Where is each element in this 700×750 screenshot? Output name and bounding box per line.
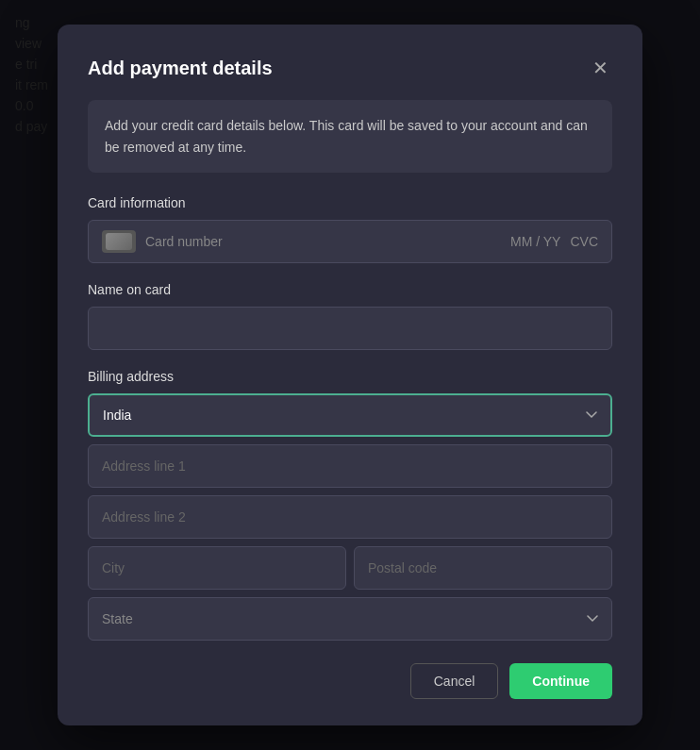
state-select[interactable]: State bbox=[88, 597, 612, 641]
billing-section: Billing address India United States Unit… bbox=[88, 369, 612, 641]
city-postal-row bbox=[88, 546, 612, 590]
payment-modal: Add payment details ✕ Add your credit ca… bbox=[58, 25, 642, 725]
cancel-button[interactable]: Cancel bbox=[410, 663, 499, 699]
info-box-text: Add your credit card details below. This… bbox=[105, 115, 595, 158]
card-info-section: Card information MM / YY CVC bbox=[88, 195, 612, 263]
address-line1-wrapper bbox=[88, 444, 612, 488]
city-input[interactable] bbox=[88, 546, 346, 590]
name-on-card-input[interactable] bbox=[88, 307, 612, 350]
address-line2-wrapper bbox=[88, 495, 612, 539]
card-input-row: MM / YY CVC bbox=[88, 220, 612, 263]
card-number-input[interactable] bbox=[145, 234, 501, 249]
close-button[interactable]: ✕ bbox=[589, 55, 612, 81]
card-cvc: CVC bbox=[570, 234, 598, 249]
card-icon-inner bbox=[106, 233, 132, 250]
modal-title: Add payment details bbox=[88, 58, 273, 79]
name-on-card-label: Name on card bbox=[88, 282, 612, 297]
country-select[interactable]: India United States United Kingdom Canad… bbox=[88, 393, 612, 437]
continue-button[interactable]: Continue bbox=[509, 663, 612, 699]
name-section: Name on card bbox=[88, 282, 612, 350]
billing-address-label: Billing address bbox=[88, 369, 612, 384]
address-line1-input[interactable] bbox=[88, 444, 612, 488]
card-icon bbox=[102, 230, 136, 253]
card-expiry: MM / YY bbox=[510, 234, 560, 249]
info-box: Add your credit card details below. This… bbox=[88, 100, 612, 173]
postal-code-input[interactable] bbox=[354, 546, 612, 590]
card-info-label: Card information bbox=[88, 195, 612, 210]
modal-header: Add payment details ✕ bbox=[88, 55, 612, 81]
modal-overlay: Add payment details ✕ Add your credit ca… bbox=[0, 0, 700, 750]
address-line2-input[interactable] bbox=[88, 495, 612, 539]
modal-footer: Cancel Continue bbox=[88, 663, 612, 699]
